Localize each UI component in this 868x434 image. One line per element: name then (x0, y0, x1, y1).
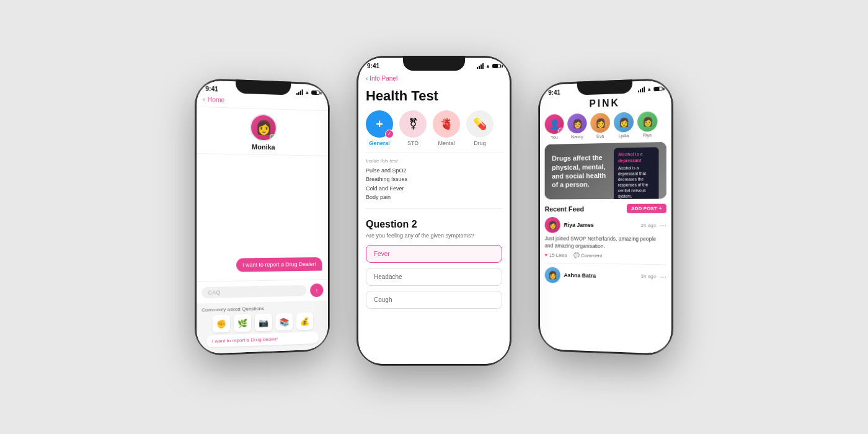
category-general[interactable]: + ✓ General (366, 110, 393, 146)
phone-left: 9:41 ▲ ‹ Home (195, 78, 330, 356)
symptom-fever[interactable]: Fever (366, 245, 502, 263)
recent-feed: Recent Feed ADD POST + 👩 Riya James (540, 204, 671, 290)
banner-card: Drugs affect the physical, mental, and s… (545, 142, 666, 200)
plus-icon: + (659, 206, 662, 211)
general-icon: + ✓ (366, 110, 393, 138)
chat-screen: 9:41 ▲ ‹ Home (197, 80, 328, 354)
time-right: 9:41 (548, 89, 560, 97)
screen-center: 9:41 ▲ ‹ Info Panel (358, 58, 510, 364)
faq-icon-fight[interactable]: ✊ (213, 314, 230, 332)
inside-item-2: Breathing Issues (366, 175, 502, 184)
screen-left: 9:41 ▲ ‹ Home (197, 80, 328, 354)
faq-icon-leaf[interactable]: 🌿 (234, 314, 251, 332)
send-button[interactable]: ↑ (310, 283, 323, 297)
comment-action[interactable]: 💬 Comment (573, 252, 602, 258)
divider2 (366, 208, 502, 209)
story-nancy[interactable]: 👩 Nancy (567, 113, 587, 139)
signal-icon-c (477, 63, 484, 69)
signal-icon-r (638, 87, 645, 92)
chat-user-name: Monika (252, 143, 275, 151)
feed-user-ashna: Ashna Batra (564, 272, 637, 280)
feed-header: Recent Feed ADD POST + (545, 204, 666, 213)
stories-row: 👤 + You 👩 Nancy 👩 (540, 111, 671, 144)
phone-right: 9:41 ▲ PINK 👤 (538, 78, 673, 356)
phone-center: 9:41 ▲ ‹ Info Panel (356, 56, 512, 366)
likes-action[interactable]: ♥ 15 Likes (545, 252, 567, 258)
chat-back-label[interactable]: Home (208, 96, 224, 104)
add-post-button[interactable]: ADD POST + (627, 204, 666, 213)
side-card: Alcohol is a depressant Alcohol is a dep… (614, 147, 659, 199)
mental-label: Mental (438, 140, 454, 146)
story-name-riya: Riya (643, 133, 652, 137)
side-card-title: Alcohol is a depressant (618, 151, 654, 164)
banner-area: Drugs affect the physical, mental, and s… (540, 142, 671, 205)
feed-time-ashna: 3h ago (641, 273, 657, 280)
chat-messages: I want to report a Drug Dealer! (197, 154, 328, 281)
screen-right: 9:41 ▲ PINK 👤 (540, 80, 671, 354)
add-story-icon: + (558, 128, 564, 135)
mental-icon: 🫀 (433, 110, 460, 138)
story-eva[interactable]: 👩 Eva (590, 113, 610, 139)
health-title: Health Test (358, 87, 510, 110)
time-left: 9:41 (205, 86, 218, 93)
symptom-cough[interactable]: Cough (366, 291, 502, 309)
chat-input[interactable]: CAQ (202, 285, 306, 299)
question-title: Question 2 (366, 219, 502, 230)
story-name-you: You (551, 135, 557, 140)
story-lydia[interactable]: 👩 Lydia (614, 112, 634, 138)
notch-center (403, 56, 465, 71)
story-name-eva: Eva (596, 134, 604, 138)
health-back-button[interactable]: ‹ Info Panel (366, 75, 397, 82)
feed-divider (545, 263, 666, 265)
health-back-label: Info Panel (370, 75, 397, 82)
story-avatar-lydia: 👩 (614, 112, 634, 133)
chat-input-area: CAQ ↑ (197, 279, 328, 303)
category-std[interactable]: ⚧ STD (399, 110, 427, 146)
likes-count: 15 Likes (549, 252, 567, 258)
feed-avatar-ashna: 👩 (545, 267, 560, 283)
battery-icon-r (653, 87, 662, 92)
lydia-icon: 👩 (614, 112, 634, 133)
faq-icon-book[interactable]: 📚 (276, 313, 293, 331)
feed-avatar-riya: 👩 (545, 217, 560, 233)
avatar: 👩 (250, 113, 277, 141)
eva-icon: 👩 (590, 113, 610, 133)
general-label: General (369, 140, 390, 146)
battery-icon-c (492, 64, 501, 68)
side-card-text: Alcohol is a depressant that decreases t… (618, 164, 654, 199)
signal-icon (296, 89, 303, 95)
check-icon: ✓ (385, 130, 394, 138)
avatar-emoji: 👩 (255, 120, 272, 136)
category-drug[interactable]: 💊 Drug (466, 110, 494, 146)
faq-icons-row: ✊ 🌿 📷 📚 💰 (202, 312, 323, 333)
battery-icon (311, 91, 319, 95)
faq-icon-money[interactable]: 💰 (296, 312, 313, 330)
online-indicator (270, 134, 275, 139)
inside-item-4: Body pain (366, 193, 502, 202)
inside-item-1: Pulse and SpO2 (366, 166, 502, 175)
category-mental[interactable]: 🫀 Mental (433, 110, 460, 146)
faq-suggestion[interactable]: I want to report a Drug dealer! (206, 332, 318, 347)
health-categories: + ✓ General ⚧ STD (358, 110, 510, 153)
inside-label: Inside this test (366, 158, 502, 164)
health-screen: 9:41 ▲ ‹ Info Panel (358, 58, 510, 364)
wifi-icon: ▲ (305, 89, 310, 95)
back-arrow-icon: ‹ (203, 96, 205, 103)
feed-more-icon-2[interactable]: ··· (660, 272, 666, 281)
symptom-headache[interactable]: Headache (366, 268, 502, 286)
chat-bubble: I want to report a Drug Dealer! (236, 257, 322, 272)
story-you[interactable]: 👤 + You (545, 114, 564, 140)
question-text: Are you feeling any of the given symptom… (366, 232, 502, 239)
story-riya[interactable]: 👩 Riya (637, 111, 657, 137)
faq-label: Commonly asked Questions (202, 304, 323, 313)
nancy-icon: 👩 (567, 113, 587, 134)
feed-text-riya: Just joined SWOP Netherlands, amazing pe… (545, 235, 666, 250)
status-icons-right: ▲ (638, 86, 663, 93)
feed-item-2: 👩 Ashna Batra 3h ago ··· (545, 267, 666, 285)
story-avatar-eva: 👩 (590, 113, 610, 133)
status-icons-left: ▲ (296, 89, 320, 95)
pink-screen: 9:41 ▲ PINK 👤 (540, 80, 671, 354)
faq-icon-camera[interactable]: 📷 (255, 314, 272, 332)
std-icon: ⚧ (399, 110, 427, 138)
feed-more-icon[interactable]: ··· (660, 221, 666, 229)
